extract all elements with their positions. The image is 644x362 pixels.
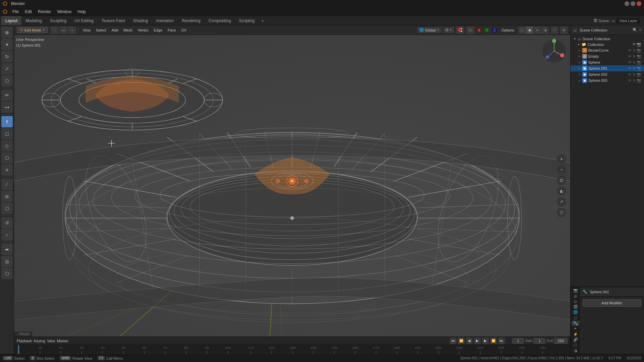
transform-space[interactable]: 🌐 Global ▼ <box>417 27 441 33</box>
tab-animation[interactable]: Animation <box>152 16 178 25</box>
tool-rotate[interactable]: ↻ <box>1 51 13 62</box>
scene-collection-root[interactable]: ▼ 🗂 Scene Collection <box>571 36 644 42</box>
props-view-layer-icon[interactable]: 🗂 <box>572 299 580 304</box>
timeline-track[interactable]: 1 10 20 30 40 50 60 70 80 90 100 110 <box>14 345 570 354</box>
maximize-btn[interactable] <box>631 1 635 6</box>
solid-shading-btn[interactable]: ◉ <box>526 26 533 34</box>
beziercurve-render-icon[interactable]: 📷 <box>637 48 641 53</box>
mesh-menu[interactable]: Mesh <box>121 27 135 33</box>
item-beziercurve[interactable]: ▶ ~ BezierCurve 👁 🖱 📷 <box>571 47 644 53</box>
add-menu[interactable]: Add <box>110 27 120 33</box>
select-edge-btn[interactable]: — <box>59 26 67 34</box>
jump-end-btn[interactable]: ⏭ <box>498 338 505 344</box>
empty-render-icon[interactable]: 📷 <box>637 54 641 59</box>
props-physics-icon[interactable]: ⚡ <box>572 332 580 337</box>
playback-label[interactable]: Playback <box>17 339 32 343</box>
3d-viewport[interactable]: User Perspective (1) Sphere.001 Y <box>14 35 570 337</box>
render-shading-btn[interactable]: ◑ <box>541 26 549 34</box>
sphere001-sel-icon[interactable]: 🖱 <box>632 66 636 71</box>
props-material-icon[interactable]: ◑ <box>572 348 580 353</box>
sphere-vis-icon[interactable]: 👁 <box>628 60 632 65</box>
tool-transform[interactable]: ⬡ <box>1 75 13 86</box>
collection-visibility-icon[interactable]: 👁 <box>632 42 636 47</box>
overlay-btn[interactable]: ⊹ <box>551 26 558 34</box>
marker-label[interactable]: Marker <box>57 339 68 343</box>
end-frame-input[interactable] <box>554 338 568 344</box>
sphere003-render-icon[interactable]: 📷 <box>637 78 641 83</box>
next-frame-btn[interactable]: ⏩ <box>490 338 497 344</box>
tab-modeling[interactable]: Modeling <box>21 16 46 25</box>
tool-bevel[interactable]: ◇ <box>1 140 13 152</box>
tool-shrink-fatten[interactable]: ◎ <box>1 256 13 267</box>
tool-spin[interactable]: ↺ <box>1 217 13 229</box>
select-vertex-btn[interactable]: · <box>51 26 59 34</box>
uv-menu[interactable]: UV <box>179 27 189 33</box>
tab-layout[interactable]: Layout <box>1 16 21 25</box>
sphere-sel-icon[interactable]: 🖱 <box>632 60 636 65</box>
wireframe-shading-btn[interactable]: ◻ <box>518 26 526 34</box>
tool-poly-build[interactable]: ⬡ <box>1 203 13 214</box>
tool-move[interactable]: ✦ <box>1 39 13 50</box>
item-sphere003[interactable]: ▶ ▣ Sphere.003 👁 🖱 📷 <box>571 77 644 83</box>
props-output-icon[interactable]: 🖨 <box>572 293 580 298</box>
next-keyframe-btn[interactable]: ▶ <box>482 338 489 344</box>
tool-bisect[interactable]: ⊘ <box>1 191 13 202</box>
tool-inset[interactable]: ◻ <box>1 128 13 139</box>
item-sphere[interactable]: ▶ ▣ Sphere 👁 🖱 📷 <box>571 59 644 65</box>
sphere001-vis-icon[interactable]: 👁 <box>628 66 632 71</box>
collection-folder[interactable]: ▼ 📁 Collection 👁 📷 <box>571 42 644 47</box>
tab-uv-editing[interactable]: UV Editing <box>70 16 98 25</box>
item-sphere002[interactable]: ▶ ▣ Sphere.002 👁 🖱 📷 <box>571 71 644 77</box>
sphere003-sel-icon[interactable]: 🖱 <box>632 78 636 83</box>
props-data-icon[interactable]: ⬡ <box>572 343 580 348</box>
select-face-btn[interactable]: ▫ <box>68 26 76 34</box>
select-menu[interactable]: Select <box>94 27 108 33</box>
filter-icon[interactable]: 🔍 <box>633 28 637 32</box>
toggle-persp-btn[interactable]: ◧ <box>557 186 566 196</box>
face-menu[interactable]: Face <box>166 27 178 33</box>
props-modifier-icon[interactable]: 🔧 <box>572 321 580 326</box>
vertex-menu[interactable]: Vertex <box>136 27 150 33</box>
menu-render[interactable]: Render <box>35 9 54 15</box>
pan-btn[interactable]: ⬡ <box>557 208 566 217</box>
keying-label[interactable]: Keying <box>34 339 45 343</box>
scene-name[interactable]: Scene <box>599 19 609 23</box>
orbit-btn[interactable]: ↗ <box>557 197 566 206</box>
tab-shading[interactable]: Shading <box>129 16 152 25</box>
tab-sculpting[interactable]: Sculpting <box>46 16 70 25</box>
beziercurve-sel-icon[interactable]: 🖱 <box>632 48 636 53</box>
tool-smooth[interactable]: ○ <box>1 229 13 241</box>
jump-start-btn[interactable]: ⏮ <box>450 338 457 344</box>
tool-offset-edge[interactable]: ≡ <box>1 164 13 176</box>
prev-keyframe-btn[interactable]: ◀ <box>466 338 473 344</box>
zoom-in-btn[interactable]: + <box>557 154 566 164</box>
props-particles-icon[interactable]: ✦ <box>572 326 580 331</box>
sphere003-vis-icon[interactable]: 👁 <box>628 78 632 83</box>
tool-scale[interactable]: ⤢ <box>1 63 13 74</box>
tool-annotate[interactable]: ✏ <box>1 89 13 101</box>
edge-menu[interactable]: Edge <box>152 27 164 33</box>
item-sphere001[interactable]: ▶ ▣ Sphere.001 👁 🖱 📷 <box>571 65 644 71</box>
zoom-out-btn[interactable]: − <box>557 165 566 174</box>
add-workspace-btn[interactable]: + <box>259 17 267 25</box>
sphere002-vis-icon[interactable]: 👁 <box>628 72 632 77</box>
gizmo-btn[interactable]: ⊕ <box>560 26 568 34</box>
current-frame-input[interactable] <box>512 338 524 344</box>
fit-view-btn[interactable]: ⊡ <box>557 176 566 185</box>
minimize-btn[interactable] <box>625 1 629 6</box>
tab-rendering[interactable]: Rendering <box>178 16 204 25</box>
props-world-icon[interactable]: 🌐 <box>572 310 580 315</box>
tool-measure[interactable]: ⊶ <box>1 102 13 113</box>
sphere002-render-icon[interactable]: 📷 <box>637 72 641 77</box>
tool-loop-cut[interactable]: ⬡ <box>1 152 13 164</box>
mode-dropdown[interactable]: ⬡ Edit Mode ▼ <box>17 27 48 33</box>
props-scene-icon[interactable]: 🎬 <box>572 304 580 309</box>
add-modifier-btn[interactable]: Add Modifier <box>583 299 641 307</box>
close-btn[interactable] <box>637 1 641 6</box>
menu-file[interactable]: File <box>10 9 21 15</box>
tab-texture-paint[interactable]: Texture Paint <box>98 16 129 25</box>
axis-gizmo[interactable]: Y X Z <box>541 38 568 64</box>
prev-frame-btn[interactable]: ⏪ <box>458 338 465 344</box>
view-menu[interactable]: View <box>80 27 93 33</box>
proportional-btn[interactable]: ◎ <box>466 26 474 34</box>
